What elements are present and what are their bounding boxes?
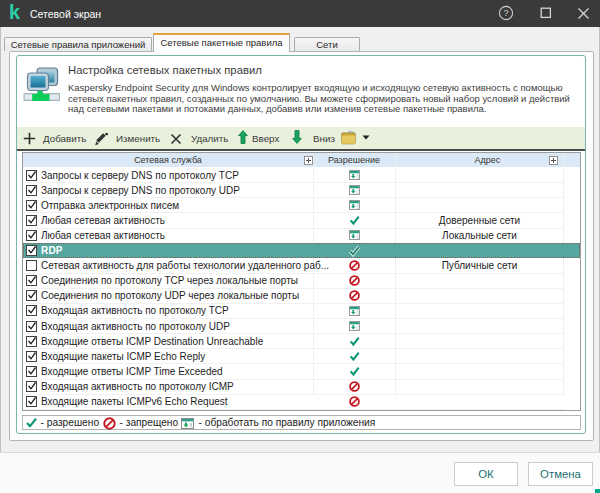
svg-text:?: ? (503, 8, 508, 18)
